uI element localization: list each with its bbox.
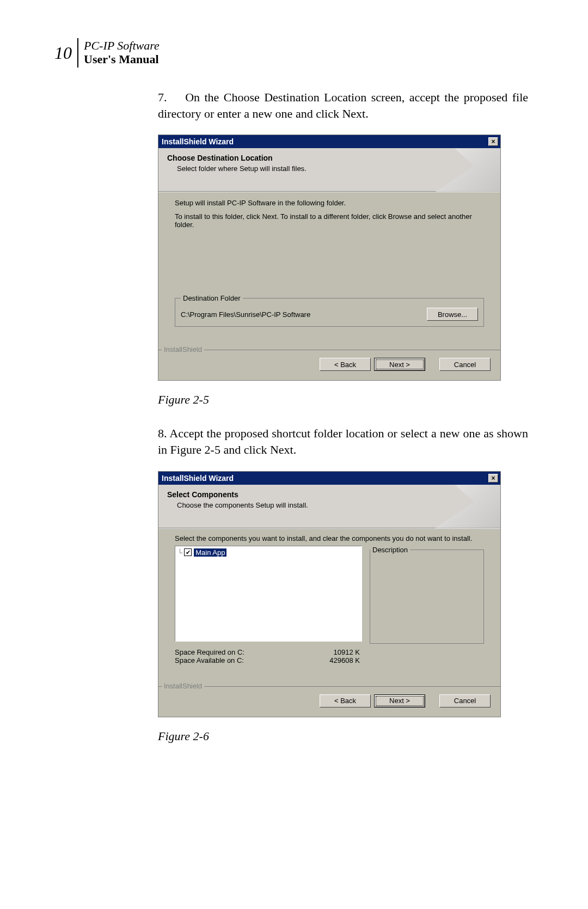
component-row[interactable]: └ ✔ Main App: [177, 548, 359, 557]
wizard-header-title: Choose Destination Location: [167, 154, 492, 162]
wizard-header: Select Components Choose the components …: [158, 485, 500, 528]
destination-row: C:\Program Files\Sunrise\PC-IP Software …: [181, 308, 478, 321]
step-7-number: 7.: [158, 90, 167, 104]
spacer: [428, 694, 436, 707]
figure-2-6-caption: Figure 2-6: [158, 729, 528, 743]
wizard-header-subtitle: Select folder where Setup will install f…: [167, 164, 492, 173]
button-row: < Back Next > Cancel: [168, 358, 491, 371]
step-7-text: On the Choose Destination Location scree…: [158, 90, 528, 120]
content-line-2: To install to this folder, click Next. T…: [175, 212, 484, 229]
checkbox-icon[interactable]: ✔: [184, 548, 192, 556]
header-text: PC-IP Software User's Manual: [84, 39, 160, 67]
space-required-value: 10912 K: [334, 648, 360, 656]
component-list[interactable]: └ ✔ Main App: [175, 546, 362, 642]
back-button[interactable]: < Back: [320, 358, 371, 371]
window-title: InstallShield Wizard: [162, 474, 234, 483]
browse-button[interactable]: Browse...: [427, 308, 478, 321]
cancel-label: Cancel: [454, 697, 476, 705]
destination-folder-legend: Destination Folder: [181, 294, 243, 302]
space-available-row: Space Available on C: 429608 K: [175, 656, 360, 664]
software-title: PC-IP Software: [84, 39, 160, 52]
titlebar: InstallShield Wizard ×: [158, 472, 500, 485]
space-required-row: Space Required on C: 10912 K: [175, 648, 360, 656]
wizard-footer: InstallShield < Back Next > Cancel: [158, 686, 500, 717]
back-button[interactable]: < Back: [320, 694, 371, 707]
two-column-area: └ ✔ Main App Description: [175, 546, 484, 644]
description-group: Description: [370, 546, 484, 644]
installer-window-components: InstallShield Wizard × Select Components…: [158, 471, 501, 717]
wizard-header-title: Select Components: [167, 490, 492, 499]
step-8: 8. Accept the proposed shortcut folder l…: [158, 425, 528, 457]
cancel-label: Cancel: [454, 361, 476, 369]
next-button[interactable]: Next >: [374, 358, 425, 371]
page-header: 10 PC-IP Software User's Manual: [54, 38, 539, 68]
next-label: Next >: [389, 697, 410, 705]
wizard-footer: InstallShield < Back Next > Cancel: [158, 350, 500, 380]
back-label: < Back: [334, 697, 356, 705]
window-title: InstallShield Wizard: [162, 137, 234, 146]
tree-connector-icon: └: [177, 548, 182, 557]
close-icon[interactable]: ×: [488, 137, 498, 146]
button-row: < Back Next > Cancel: [168, 694, 491, 707]
close-icon[interactable]: ×: [488, 474, 498, 483]
space-info: Space Required on C: 10912 K Space Avail…: [175, 648, 484, 664]
next-label: Next >: [389, 361, 410, 369]
description-legend: Description: [370, 546, 410, 554]
content-line-1: Setup will install PC-IP Software in the…: [175, 199, 484, 207]
step-7: 7. On the Choose Destination Location sc…: [158, 89, 528, 121]
header-divider: [77, 38, 78, 68]
space-available-label: Space Available on C:: [175, 656, 244, 664]
wizard-header: Choose Destination Location Select folde…: [158, 148, 500, 192]
component-label: Main App: [194, 548, 226, 557]
installshield-brand: InstallShield: [162, 345, 204, 353]
space-required-label: Space Required on C:: [175, 648, 244, 656]
figure-2-5-caption: Figure 2-5: [158, 393, 528, 407]
cancel-button[interactable]: Cancel: [439, 694, 491, 707]
back-label: < Back: [334, 361, 356, 369]
wizard-content: Select the components you want to instal…: [158, 528, 500, 686]
page-number: 10: [54, 44, 72, 62]
spacer: [428, 358, 436, 371]
select-instructions: Select the components you want to instal…: [175, 534, 484, 542]
step-8-number: 8.: [158, 426, 167, 440]
document-page: 10 PC-IP Software User's Manual 7. On th…: [0, 0, 588, 795]
wizard-header-subtitle: Choose the components Setup will install…: [167, 501, 492, 509]
manual-title: User's Manual: [84, 52, 160, 66]
body-column: 7. On the Choose Destination Location sc…: [158, 89, 528, 743]
cancel-button[interactable]: Cancel: [439, 358, 491, 371]
destination-folder-group: Destination Folder C:\Program Files\Sunr…: [175, 294, 484, 327]
step-8-text: Accept the proposed shortcut folder loca…: [158, 426, 528, 456]
titlebar: InstallShield Wizard ×: [158, 135, 500, 148]
wizard-content: Setup will install PC-IP Software in the…: [158, 192, 500, 350]
installer-window-destination: InstallShield Wizard × Choose Destinatio…: [158, 135, 501, 381]
space-available-value: 429608 K: [329, 656, 360, 664]
destination-path: C:\Program Files\Sunrise\PC-IP Software: [181, 310, 310, 319]
next-button[interactable]: Next >: [374, 694, 425, 707]
installshield-brand: InstallShield: [162, 682, 204, 690]
